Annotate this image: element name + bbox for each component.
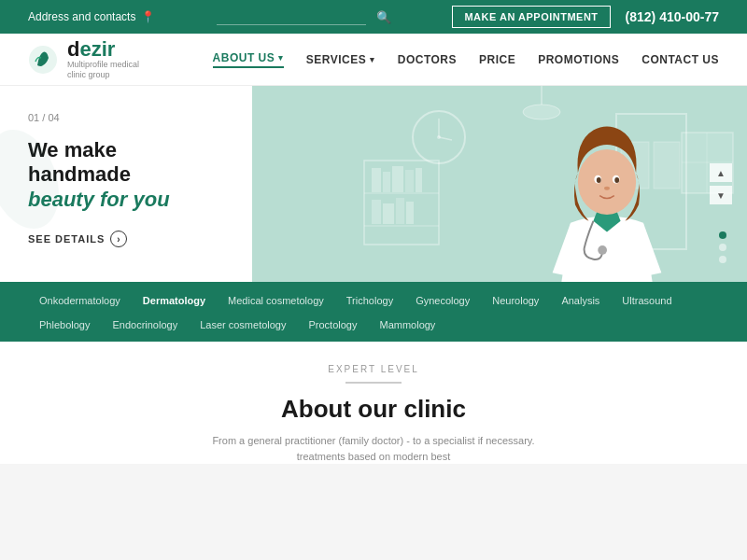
service-mammology[interactable]: Mammology — [368, 315, 446, 334]
hero-dots — [719, 231, 726, 263]
nav-price[interactable]: PRICE — [479, 53, 515, 66]
service-ultrasound[interactable]: Ultrasound — [611, 291, 683, 310]
svg-rect-13 — [416, 168, 422, 192]
svg-rect-16 — [396, 198, 404, 224]
address-label: Address and contacts — [28, 10, 135, 23]
service-trichology[interactable]: Trichology — [335, 291, 404, 310]
search-area[interactable]: 🔍 — [217, 8, 390, 25]
service-cosmetology[interactable]: Medical cosmetology — [217, 291, 335, 310]
slide-counter: 01 / 04 — [28, 112, 224, 123]
logo-subtitle: Multiprofile medical clinic group — [67, 60, 139, 80]
service-dermatology[interactable]: Dermatology — [132, 291, 217, 310]
svg-rect-17 — [406, 202, 414, 224]
about-divider — [345, 382, 402, 384]
svg-point-31 — [597, 177, 601, 183]
about-title: About our clinic — [28, 395, 719, 424]
hero-arrow-down[interactable]: ▼ — [710, 186, 732, 204]
svg-rect-14 — [372, 200, 381, 224]
nav-promotions[interactable]: PROMOTIONS — [538, 53, 619, 66]
nav-doctors[interactable]: DOCTORS — [398, 53, 457, 66]
search-input[interactable] — [217, 11, 366, 25]
hero-section: 01 / 04 We make handmade beauty for you … — [0, 86, 747, 282]
service-proctology[interactable]: Proctology — [297, 315, 368, 334]
about-section: EXPERT LEVEL About our clinic From a gen… — [0, 342, 747, 464]
appointment-button[interactable]: MAKE AN APPOINTMENT — [452, 6, 610, 28]
about-description: From a general practitioner (family doct… — [187, 433, 560, 464]
logo-text: dezir Multiprofile medical clinic group — [67, 39, 139, 80]
navigation: dezir Multiprofile medical clinic group … — [0, 34, 747, 86]
service-neurology[interactable]: Neurology — [481, 291, 550, 310]
logo-icon — [28, 45, 58, 75]
hero-arrows: ▲ ▼ — [710, 163, 732, 204]
svg-rect-15 — [383, 203, 394, 224]
dot-1[interactable] — [719, 231, 726, 239]
services-arrow: ▾ — [370, 55, 375, 64]
address-contacts[interactable]: Address and contacts 📍 — [28, 10, 155, 23]
services-row-1: Onkodermatology Dermatology Medical cosm… — [28, 282, 719, 315]
svg-point-28 — [578, 149, 636, 215]
see-details-arrow: › — [110, 231, 127, 247]
hero-left: 01 / 04 We make handmade beauty for you … — [0, 86, 252, 282]
service-gynecology[interactable]: Gynecology — [404, 291, 481, 310]
top-bar: Address and contacts 📍 🔍 MAKE AN APPOINT… — [0, 0, 747, 34]
services-row-2: Phlebology Endocrinology Laser cosmetolo… — [28, 315, 719, 342]
svg-point-1 — [0, 123, 61, 235]
dot-2[interactable] — [719, 244, 726, 251]
nav-contact[interactable]: CONTACT US — [641, 53, 719, 66]
about-us-arrow: ▾ — [278, 53, 284, 63]
nav-services[interactable]: SERVICES ▾ — [306, 53, 375, 66]
svg-line-5 — [439, 137, 452, 140]
search-icon[interactable]: 🔍 — [376, 10, 391, 24]
nav-links: ABOUT US ▾ SERVICES ▾ DOCTORS PRICE PROM… — [213, 51, 719, 68]
service-phlebology[interactable]: Phlebology — [28, 315, 101, 334]
logo-name: dezir — [67, 39, 139, 60]
doctor-figure — [542, 114, 672, 282]
svg-point-33 — [604, 187, 610, 190]
svg-rect-12 — [405, 170, 414, 192]
svg-rect-9 — [372, 168, 381, 192]
service-onkodermatology[interactable]: Onkodermatology — [28, 291, 132, 310]
nav-about-us[interactable]: ABOUT US ▾ — [213, 51, 284, 68]
hero-right: ▲ ▼ — [252, 86, 747, 282]
hero-illustration — [252, 86, 747, 282]
service-endocrinology[interactable]: Endocrinology — [101, 315, 189, 334]
svg-point-34 — [598, 245, 607, 255]
svg-rect-11 — [392, 166, 403, 192]
services-bar: Onkodermatology Dermatology Medical cosm… — [0, 282, 747, 342]
service-laser-cosmetology[interactable]: Laser cosmetology — [189, 315, 297, 334]
svg-rect-10 — [383, 172, 390, 192]
hero-arrow-up[interactable]: ▲ — [710, 163, 732, 182]
dot-3[interactable] — [719, 256, 726, 263]
phone-number: (812) 410-00-77 — [626, 9, 719, 24]
svg-point-32 — [614, 177, 619, 183]
logo[interactable]: dezir Multiprofile medical clinic group — [28, 39, 139, 80]
location-icon: 📍 — [141, 10, 155, 23]
top-bar-right: MAKE AN APPOINTMENT (812) 410-00-77 — [452, 6, 719, 28]
leaf-decoration — [0, 123, 61, 239]
expert-label: EXPERT LEVEL — [28, 364, 719, 374]
service-analysis[interactable]: Analysis — [550, 291, 611, 310]
